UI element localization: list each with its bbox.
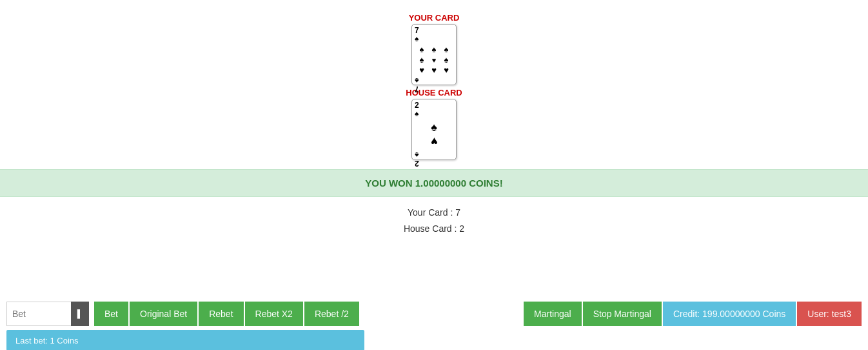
stop-martingal-button[interactable]: Stop Martingal — [583, 302, 662, 326]
card-center-pips: ♠ ♠ ♠ ♠ ♥ ♠ ♥ ♥ ♥ — [415, 43, 453, 76]
btn-group-right: Martingal Stop Martingal Credit: 199.000… — [524, 302, 862, 326]
btn-group-left: Bet Original Bet Rebet Rebet X2 Rebet /2 — [94, 302, 359, 326]
card-bottom-right: 7 ♠ — [415, 76, 453, 93]
bottom-controls: ▌ Bet Original Bet Rebet Rebet X2 Rebet … — [0, 295, 868, 350]
bet-input[interactable] — [6, 302, 71, 326]
winner-banner: YOU WON 1.00000000 COINS! — [0, 169, 868, 197]
house-card-score: House Card : 2 — [0, 221, 868, 237]
house-card-bottom-right: 2 ♠ — [415, 150, 453, 167]
winner-text: YOU WON 1.00000000 COINS! — [365, 178, 502, 189]
left-row: ▌ Bet Original Bet Rebet Rebet X2 Rebet … — [6, 300, 364, 326]
original-bet-button[interactable]: Original Bet — [130, 302, 197, 326]
credit-button[interactable]: Credit: 199.00000000 Coins — [663, 302, 796, 326]
your-card-score: Your Card : 7 — [0, 205, 868, 221]
score-info: Your Card : 7 House Card : 2 — [0, 197, 868, 242]
bet-input-wrap: ▌ — [6, 302, 89, 326]
martingal-button[interactable]: Martingal — [524, 302, 582, 326]
card-top-left: 7 ♠ — [415, 26, 453, 43]
house-card: 2 ♠ ♠ ♥ 2 ♠ — [411, 99, 457, 160]
bet-input-icon[interactable]: ▌ — [71, 302, 89, 326]
left-bottom-section: ▌ Bet Original Bet Rebet Rebet X2 Rebet … — [6, 300, 364, 350]
your-card: 7 ♠ ♠ ♠ ♠ ♠ ♥ ♠ ♥ ♥ ♥ 7 ♠ — [411, 24, 457, 85]
rebet-x2-button[interactable]: Rebet X2 — [245, 302, 303, 326]
last-bet-badge: Last bet: 1 Coins — [6, 330, 364, 350]
house-card-center-pips: ♠ ♥ — [415, 118, 453, 150]
rebet-div2-button[interactable]: Rebet /2 — [304, 302, 359, 326]
bet-button[interactable]: Bet — [94, 302, 128, 326]
card-area: YOUR CARD 7 ♠ ♠ ♠ ♠ ♠ ♥ ♠ ♥ ♥ ♥ 7 ♠ HOUS… — [0, 0, 868, 169]
house-card-top-left: 2 ♠ — [415, 101, 453, 118]
your-card-label: YOUR CARD — [409, 13, 460, 23]
rebet-button[interactable]: Rebet — [199, 302, 243, 326]
user-button[interactable]: User: test3 — [797, 302, 862, 326]
